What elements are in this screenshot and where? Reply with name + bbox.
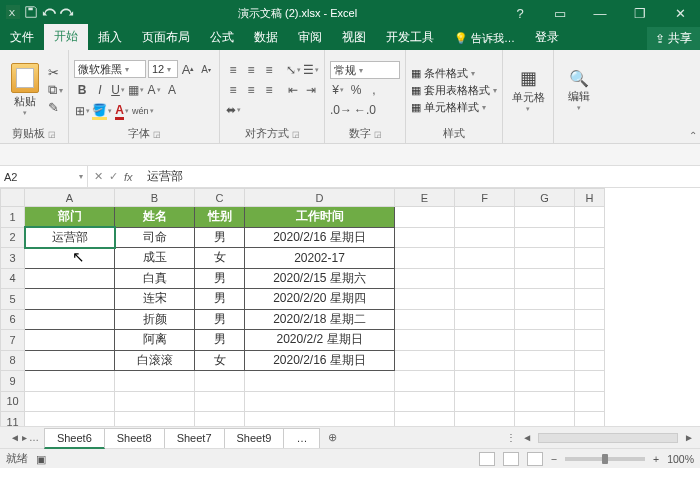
dialog-launcher-icon[interactable]: ◲ [48,130,56,139]
cell[interactable] [575,309,605,330]
dialog-launcher-icon[interactable]: ◲ [292,130,300,139]
cell[interactable]: 女 [195,248,245,269]
cell[interactable] [455,289,515,310]
increase-font-icon[interactable]: A▴ [180,60,196,78]
cell[interactable] [115,391,195,412]
cell[interactable] [245,412,395,427]
cell[interactable] [575,391,605,412]
tab-insert[interactable]: 插入 [88,25,132,50]
tab-home[interactable]: 开始 [44,24,88,50]
cell[interactable]: 成玉 [115,248,195,269]
increase-decimal-icon[interactable]: .0→ [330,101,352,119]
cell[interactable] [395,371,455,392]
font-size-combo[interactable]: 12▾ [148,60,178,78]
dialog-launcher-icon[interactable]: ◲ [153,130,161,139]
cell[interactable] [395,391,455,412]
border-icon[interactable]: ▦▾ [128,81,144,99]
sheet-tab[interactable]: Sheet7 [164,428,225,448]
cell[interactable] [455,371,515,392]
formula-input[interactable]: 运营部 [139,168,700,185]
cell[interactable]: 司命 [115,227,195,248]
cell[interactable]: 20202-17 [245,248,395,269]
fx-icon[interactable]: fx [124,171,133,183]
share-button[interactable]: ⇪共享 [647,27,700,50]
cell[interactable] [25,330,115,351]
dialog-launcher-icon[interactable]: ◲ [374,130,382,139]
copy-icon[interactable]: ⧉▾ [48,82,63,98]
increase-indent-icon[interactable]: ⇥ [303,81,319,99]
cell[interactable]: 运营部 [25,227,115,248]
save-icon[interactable] [24,5,38,21]
cell[interactable]: 工作时间 [245,207,395,228]
comma-icon[interactable]: , [366,81,382,99]
restore-icon[interactable]: ❐ [620,0,660,26]
cell[interactable]: 阿离 [115,330,195,351]
cell[interactable] [575,412,605,427]
cell[interactable] [575,227,605,248]
cell[interactable]: 2020/2/20 星期四 [245,289,395,310]
cell[interactable] [455,350,515,371]
cell[interactable]: 部门 [25,207,115,228]
row-header[interactable]: 1 [1,207,25,228]
tab-view[interactable]: 视图 [332,25,376,50]
cell[interactable] [25,289,115,310]
cell[interactable] [395,207,455,228]
font-color-icon[interactable]: A▾ [114,102,130,120]
cell[interactable] [395,330,455,351]
undo-icon[interactable] [42,5,56,21]
sheet-tab-more[interactable]: … [283,428,320,448]
cell[interactable] [575,248,605,269]
percent-icon[interactable]: % [348,81,364,99]
cell[interactable] [25,309,115,330]
bold-icon[interactable]: B [74,81,90,99]
cell[interactable] [395,268,455,289]
format-as-table-button[interactable]: ▦套用表格格式▾ [411,83,497,98]
row-header[interactable]: 3 [1,248,25,269]
cell[interactable] [515,309,575,330]
tab-formula[interactable]: 公式 [200,25,244,50]
cell[interactable] [455,309,515,330]
enter-icon[interactable]: ✓ [109,170,118,183]
cell[interactable] [455,248,515,269]
sheet-tab[interactable]: Sheet6 [44,428,105,449]
cell[interactable] [395,350,455,371]
number-format-combo[interactable]: 常规▾ [330,61,400,79]
cell[interactable]: 2020/2/18 星期二 [245,309,395,330]
cell[interactable] [455,391,515,412]
tab-file[interactable]: 文件 [0,25,44,50]
cell[interactable] [115,371,195,392]
select-all-corner[interactable] [1,189,25,207]
row-header[interactable]: 10 [1,391,25,412]
cell[interactable] [575,371,605,392]
cell[interactable]: 2020/2/2 星期日 [245,330,395,351]
cell[interactable] [455,330,515,351]
tab-review[interactable]: 审阅 [288,25,332,50]
cell[interactable] [395,289,455,310]
cell[interactable] [515,268,575,289]
horizontal-scrollbar[interactable] [538,433,678,443]
row-header[interactable]: 7 [1,330,25,351]
conditional-format-button[interactable]: ▦条件格式▾ [411,66,497,81]
cell[interactable]: 男 [195,309,245,330]
cell[interactable] [575,350,605,371]
cell[interactable] [455,227,515,248]
row-header[interactable]: 2 [1,227,25,248]
ribbon-display-icon[interactable]: ▭ [540,0,580,26]
cell[interactable] [395,412,455,427]
cell[interactable] [515,227,575,248]
cell[interactable] [515,248,575,269]
align-top-icon[interactable]: ≡ [225,61,241,79]
cell[interactable] [195,371,245,392]
help-icon[interactable]: ? [500,0,540,26]
format-painter-icon[interactable]: ✎ [48,100,63,115]
collapse-ribbon-icon[interactable]: ⌃ [689,130,697,141]
cell[interactable] [115,412,195,427]
view-page-layout-icon[interactable] [503,452,519,466]
orientation-icon[interactable]: ⤡▾ [285,61,301,79]
clear-format-icon[interactable]: A [164,81,180,99]
row-header[interactable]: 8 [1,350,25,371]
cell[interactable] [515,207,575,228]
col-header[interactable]: A [25,189,115,207]
row-header[interactable]: 11 [1,412,25,427]
sheet-nav-prev-icon[interactable]: ▸ [22,432,27,443]
